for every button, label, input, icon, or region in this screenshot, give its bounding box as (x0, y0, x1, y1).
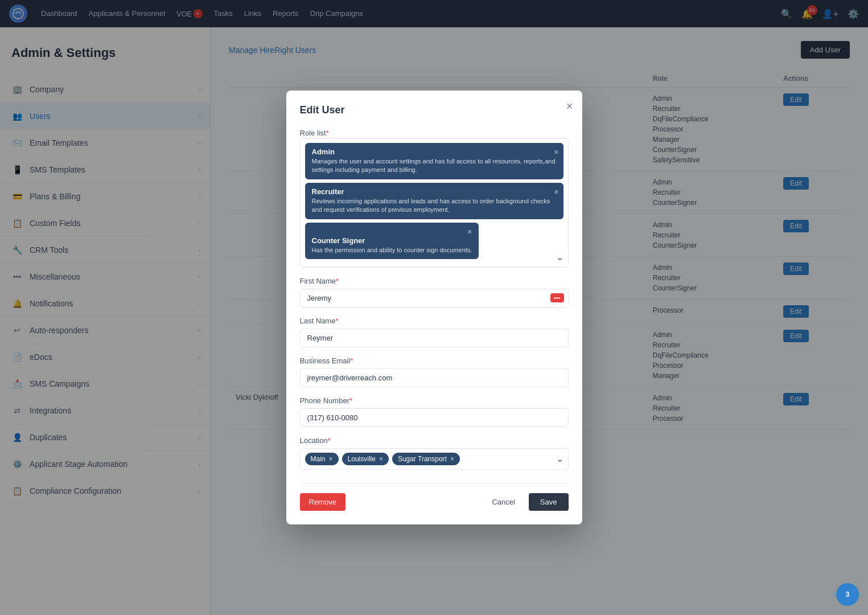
role-countersigner-desc: Has the permission and ability to counte… (312, 246, 472, 255)
email-input[interactable] (300, 368, 569, 387)
first-name-label: First Name* (300, 277, 569, 285)
cancel-button[interactable]: Cancel (485, 493, 521, 511)
remove-recruiter-role[interactable]: × (554, 187, 558, 196)
role-admin-name: Admin (312, 147, 557, 156)
last-name-label: Last Name* (300, 317, 569, 325)
phone-group: Phone Number* (300, 396, 569, 427)
location-label: Location* (300, 436, 569, 445)
remove-button[interactable]: Remove (300, 493, 345, 511)
input-options-icon[interactable]: ••• (550, 293, 564, 302)
bottom-badge[interactable]: 3 (836, 583, 859, 606)
modal-overlay: Edit User × Role list* × Admin Manages t… (0, 0, 868, 615)
save-button[interactable]: Save (529, 493, 569, 511)
role-countersigner-name: Counter Signer (312, 236, 472, 245)
remove-louisville-location[interactable]: × (379, 455, 383, 463)
role-countersigner-tag: × Counter Signer Has the permission and … (305, 223, 479, 259)
location-louisville-tag: Louisville × (342, 453, 389, 465)
role-recruiter-name: Recruiter (312, 187, 557, 196)
location-group: Location* Main × Louisville × Sugar Tran… (300, 436, 569, 470)
last-name-group: Last Name* (300, 317, 569, 347)
last-name-input[interactable] (300, 329, 569, 347)
role-recruiter-desc: Reviews incoming applications and leads … (312, 197, 557, 215)
role-list-label: Role list* (300, 129, 329, 137)
phone-label: Phone Number* (300, 396, 569, 405)
remove-admin-role[interactable]: × (554, 147, 558, 157)
remove-main-location[interactable]: × (329, 455, 333, 463)
first-name-input[interactable] (300, 289, 569, 308)
modal-close-button[interactable]: × (566, 100, 573, 113)
location-chevron: ⌄ (556, 453, 563, 464)
email-group: Business Email* (300, 356, 569, 387)
remove-countersigner-role[interactable]: × (467, 227, 472, 236)
location-main-tag: Main × (305, 453, 339, 465)
role-list-container[interactable]: × Admin Manages the user and account set… (300, 138, 569, 268)
role-recruiter-tag: × Recruiter Reviews incoming application… (305, 183, 563, 219)
phone-input[interactable] (300, 408, 569, 427)
location-container[interactable]: Main × Louisville × Sugar Transport × ⌄ (300, 448, 569, 470)
first-name-wrapper: ••• (300, 289, 569, 308)
modal-footer: Remove Cancel Save (300, 483, 569, 511)
edit-user-modal: Edit User × Role list* × Admin Manages t… (286, 91, 582, 524)
footer-actions: Cancel Save (485, 493, 568, 511)
role-list-chevron: ⌄ (556, 252, 563, 263)
first-name-group: First Name* ••• (300, 277, 569, 308)
modal-title: Edit User (300, 104, 569, 116)
location-sugar-transport-tag: Sugar Transport × (392, 453, 460, 465)
email-label: Business Email* (300, 356, 569, 365)
remove-sugar-transport-location[interactable]: × (450, 455, 454, 463)
role-admin-desc: Manages the user and account settings an… (312, 157, 557, 175)
role-admin-tag: × Admin Manages the user and account set… (305, 143, 563, 179)
role-list-group: Role list* × Admin Manages the user and … (300, 128, 569, 268)
